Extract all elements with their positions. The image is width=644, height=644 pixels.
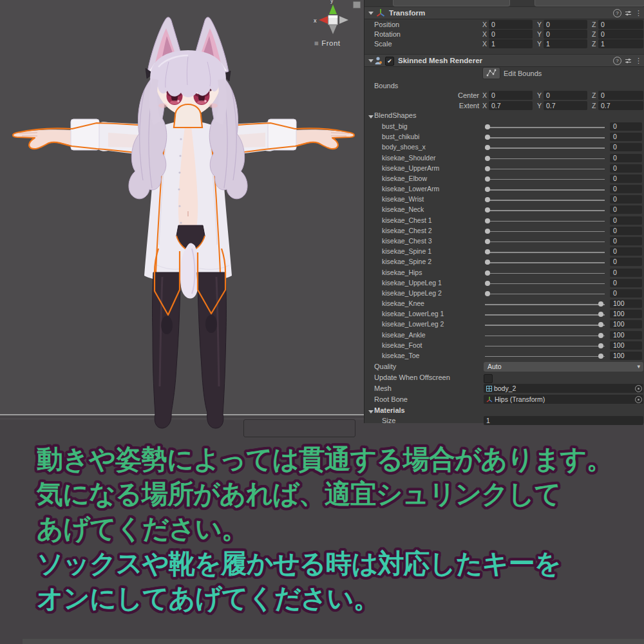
help-icon[interactable]: ? [613,57,621,65]
foldout-arrow-icon[interactable] [368,115,374,118]
blendshape-slider-handle[interactable] [485,187,490,192]
quality-dropdown[interactable]: Auto ▾ [484,362,643,372]
blendshape-value-field[interactable]: 100 [610,310,642,318]
axis-value-field[interactable]: 0 [544,91,587,100]
blendshape-value-field[interactable]: 0 [610,154,642,162]
offscreen-checkbox[interactable] [484,374,493,383]
blendshape-slider-track[interactable] [485,231,605,232]
layer-dropdown-partial[interactable] [535,0,644,6]
blendshape-slider-handle[interactable] [485,166,490,171]
foldout-arrow-icon[interactable] [368,410,374,413]
blendshape-value-field[interactable]: 0 [610,247,642,256]
blendshape-slider-track[interactable] [485,158,605,160]
blendshape-slider-handle[interactable] [485,197,490,202]
blendshape-slider-handle[interactable] [598,354,603,359]
blendshape-slider-handle[interactable] [485,270,490,276]
blendshape-slider-handle[interactable] [485,176,490,182]
blendshape-slider-track[interactable] [485,325,605,326]
blendshape-slider-handle[interactable] [598,312,603,317]
axis-value-field[interactable]: 0 [598,91,643,100]
blendshape-slider-handle[interactable] [598,333,603,338]
axis-value-field[interactable]: 1 [489,39,533,48]
axis-value-field[interactable]: 0.7 [489,101,533,110]
blendshape-slider-track[interactable] [485,314,605,316]
blendshape-slider-track[interactable] [485,283,605,285]
axis-value-field[interactable]: 0.7 [544,101,587,110]
kebab-menu-icon[interactable]: ⋮ [635,9,642,17]
axis-value-field[interactable]: 0 [489,30,533,39]
blendshape-slider-handle[interactable] [598,301,603,307]
blendshape-value-field[interactable]: 0 [610,216,642,225]
mesh-object-field[interactable]: body_2 [484,384,643,393]
blendshape-slider-track[interactable] [485,147,605,149]
blendshape-slider-track[interactable] [485,262,605,263]
blendshape-value-field[interactable]: 0 [610,175,642,183]
blendshape-slider-track[interactable] [485,273,605,274]
axis-value-field[interactable]: 0 [598,30,643,39]
blendshape-value-field[interactable]: 100 [610,352,642,360]
presets-icon[interactable] [625,57,632,64]
blendshape-slider-handle[interactable] [485,135,490,140]
blendshape-slider-track[interactable] [485,336,605,337]
blendshape-value-field[interactable]: 0 [610,279,642,287]
blendshape-slider-handle[interactable] [485,291,490,296]
kebab-menu-icon[interactable]: ⋮ [635,57,642,64]
blendshape-value-field[interactable]: 0 [610,164,642,173]
blendshape-slider-handle[interactable] [485,239,490,244]
blendshape-slider-track[interactable] [485,242,605,243]
blendshape-value-field[interactable]: 100 [610,320,642,328]
blendshape-slider-handle[interactable] [485,249,490,254]
blendshape-slider-track[interactable] [485,210,605,211]
blendshape-slider-track[interactable] [485,346,605,347]
blendshape-slider-handle[interactable] [598,343,603,348]
object-picker-icon[interactable] [635,385,642,392]
blendshape-slider-handle[interactable] [485,260,490,265]
blendshape-value-field[interactable]: 0 [610,237,642,245]
axis-value-field[interactable]: 0 [489,20,533,29]
blendshape-value-field[interactable]: 0 [610,143,642,151]
axis-value-field[interactable]: 0 [489,91,533,100]
help-icon[interactable]: ? [613,9,621,17]
root-bone-field[interactable]: Hips (Transform) [484,395,643,404]
blendshape-slider-track[interactable] [485,294,605,295]
foldout-arrow-icon[interactable] [368,12,374,15]
blendshape-slider-track[interactable] [485,252,605,253]
blendshape-value-field[interactable]: 100 [610,341,642,350]
blendshape-value-field[interactable]: 0 [610,258,642,266]
blendshape-slider-handle[interactable] [485,207,490,213]
axis-value-field[interactable]: 0.7 [598,101,643,110]
blendshape-value-field[interactable]: 0 [610,133,642,141]
materials-size-field[interactable]: 1 [484,416,643,425]
blendshape-slider-track[interactable] [485,200,605,201]
inspector-panel[interactable]: Transform ?⋮ PositionX0Y0Z0RotationX0Y0Z… [364,0,644,423]
tag-dropdown-partial[interactable] [393,0,510,6]
component-enabled-checkbox[interactable]: ✔ [385,57,394,66]
blendshape-value-field[interactable]: 0 [610,195,642,204]
blendshape-slider-handle[interactable] [485,229,490,234]
blendshape-value-field[interactable]: 0 [610,122,642,131]
foldout-arrow-icon[interactable] [368,59,374,62]
blendshape-slider-handle[interactable] [485,124,490,129]
blendshape-value-field[interactable]: 0 [610,205,642,214]
blendshape-value-field[interactable]: 100 [610,299,642,308]
axis-value-field[interactable]: 0 [598,20,643,29]
blendshape-slider-track[interactable] [485,179,605,180]
axis-value-field[interactable]: 1 [544,39,587,48]
blendshape-slider-handle[interactable] [485,156,490,161]
blendshape-slider-handle[interactable] [485,218,490,223]
axis-value-field[interactable]: 0 [544,20,587,29]
blendshape-slider-track[interactable] [485,304,605,305]
blendshape-value-field[interactable]: 100 [610,331,642,339]
blendshape-slider-track[interactable] [485,221,605,222]
blendshape-value-field[interactable]: 0 [610,185,642,193]
smr-header[interactable]: ✔ Skinned Mesh Renderer ?⋮ [365,54,644,67]
blendshape-value-field[interactable]: 0 [610,227,642,235]
blendshape-value-field[interactable]: 0 [610,269,642,277]
axis-value-field[interactable]: 1 [598,39,643,48]
blendshape-slider-handle[interactable] [598,322,603,327]
blendshape-slider-track[interactable] [485,356,605,357]
blendshape-slider-track[interactable] [485,137,605,138]
character-model[interactable] [0,0,364,433]
blendshape-value-field[interactable]: 0 [610,289,642,298]
presets-icon[interactable] [625,10,632,17]
